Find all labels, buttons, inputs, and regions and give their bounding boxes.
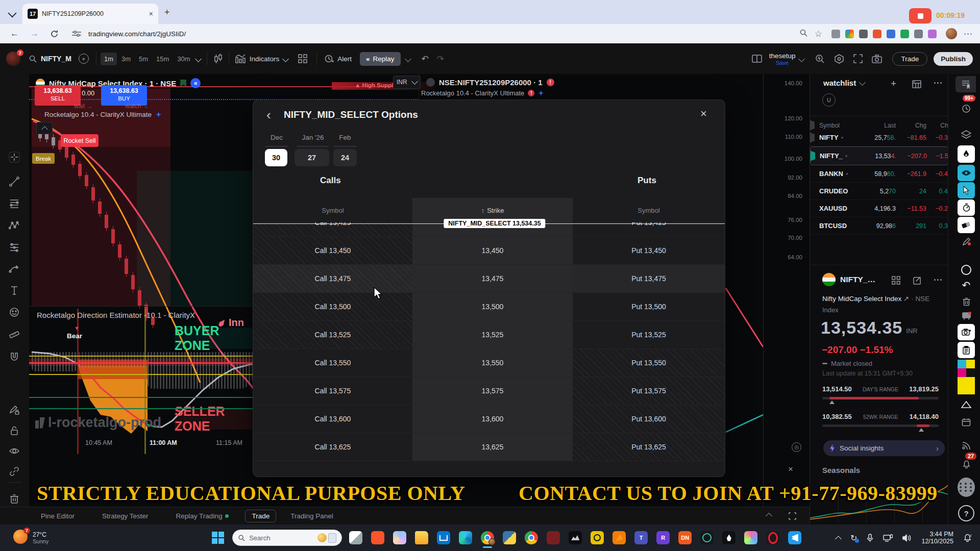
color-palette-icon[interactable] [958, 360, 975, 377]
help-icon[interactable]: ? [958, 505, 975, 521]
trade-button[interactable]: Trade [892, 52, 927, 66]
call-cell[interactable]: Call 13,625 [253, 433, 412, 461]
user-list-badge[interactable]: U [822, 93, 836, 107]
cast-screen-icon[interactable] [883, 534, 893, 542]
browser-tab[interactable]: 17 NIFTY251209P26000 × [22, 4, 158, 24]
site-settings-icon[interactable] [72, 30, 81, 37]
broadcast-icon[interactable] [958, 437, 975, 454]
strike-cell[interactable]: 13,600 [412, 405, 573, 433]
browser-menu-icon[interactable] [964, 33, 972, 35]
expiry-day-button[interactable]: 27 [295, 149, 329, 166]
notifications-bell-icon[interactable]: z [963, 533, 973, 542]
account-chevron-icon[interactable] [799, 56, 805, 62]
watchlist-row-crudeo[interactable]: CRUDEO5,270240.46% [810, 183, 948, 200]
call-cell[interactable]: Call 13,575 [253, 377, 412, 405]
app-teams-icon[interactable]: T [634, 531, 648, 544]
quick-search-icon[interactable] [815, 54, 825, 64]
taskbar-search[interactable]: Search [232, 530, 342, 546]
option-row[interactable]: Call 13,47513,475Put 13,475 [253, 265, 725, 293]
camera-annotation-icon[interactable] [958, 324, 975, 340]
app-media-red-icon[interactable] [547, 531, 560, 544]
user-avatar[interactable]: 7 [6, 52, 20, 66]
dialog-close-icon[interactable]: × [700, 107, 707, 120]
lock-all-icon[interactable] [9, 425, 21, 437]
strike-cell[interactable]: 13,500 [412, 293, 573, 320]
app-origami-app-icon[interactable] [612, 531, 626, 544]
undo-annotation-icon[interactable]: ↶ [958, 277, 975, 293]
price-axis-divider[interactable] [763, 74, 764, 507]
active-color-swatch[interactable] [958, 377, 975, 394]
collapse-panel-icon[interactable] [766, 513, 772, 519]
app-ms-store-icon[interactable] [437, 531, 450, 544]
extension-icon[interactable] [859, 30, 868, 38]
app-copilot-icon[interactable] [393, 531, 406, 544]
text-tool-icon[interactable] [9, 285, 21, 297]
indicators-chevron-icon[interactable] [282, 56, 289, 62]
details-header[interactable]: NIFTY_… [822, 273, 875, 286]
overlay-close-icon[interactable]: × [788, 464, 793, 474]
settings-hexagon-icon[interactable] [834, 54, 844, 64]
symbol-search-icon[interactable] [29, 55, 37, 63]
put-cell[interactable]: Put 13,575 [573, 377, 725, 405]
option-row[interactable]: Call 13,50013,500Put 13,500 [253, 293, 725, 321]
put-cell[interactable]: Put 13,625 [573, 433, 725, 461]
call-symbol-column-header[interactable]: Symbol [253, 198, 412, 222]
fullscreen-icon[interactable] [853, 54, 863, 63]
app-r-app-icon[interactable]: R [656, 531, 670, 544]
watchlist-row-btcusd[interactable]: BTCUSD92,9862910.31% [810, 217, 948, 235]
app-python-icon[interactable] [503, 531, 516, 544]
put-cell[interactable]: Put 13,600 [573, 405, 725, 433]
camera-snapshot-icon[interactable] [872, 55, 882, 63]
expiry-day-button[interactable]: 24 [333, 149, 357, 166]
bookmark-star-icon[interactable]: ☆ [815, 29, 822, 39]
call-cell[interactable]: Call 13,525 [253, 321, 412, 348]
collapse-pane-button[interactable] [36, 122, 53, 134]
timeframe-15m[interactable]: 15m [153, 53, 173, 65]
call-cell[interactable]: Call 13,450 [253, 237, 412, 264]
new-tab-button[interactable]: + [164, 7, 170, 18]
extension-icon[interactable] [900, 30, 909, 38]
curve-tool-icon[interactable] [9, 263, 21, 276]
option-row[interactable]: Call 13,55013,550Put 13,550 [253, 349, 725, 377]
sync-icon[interactable]: ↻ [850, 533, 857, 543]
option-row[interactable]: Call 13,62513,625Put 13,625 [253, 433, 725, 461]
symbol-search-button[interactable]: NIFTY_M [41, 55, 71, 63]
app-pen-app-icon[interactable] [722, 531, 736, 544]
eye-tool-icon[interactable] [958, 165, 975, 181]
call-cell[interactable]: Call 13,600 [253, 405, 412, 433]
indicators-icon[interactable] [235, 54, 246, 63]
dialog-back-icon[interactable]: ‹ [266, 107, 271, 123]
option-row[interactable]: Call 13,57513,575Put 13,575 [253, 377, 725, 405]
timeframe-chevron-icon[interactable] [195, 56, 202, 62]
record-dot-icon[interactable] [958, 262, 975, 278]
forecast-tool-icon[interactable] [9, 242, 21, 254]
app-brave-icon[interactable] [371, 531, 384, 544]
clipboard-icon[interactable] [958, 342, 975, 358]
timeframe-3m[interactable]: 3m [118, 53, 134, 65]
whiteboard-icon[interactable] [958, 308, 975, 324]
replay-button[interactable]: «Replay [360, 52, 401, 66]
layout-grid-icon[interactable] [298, 54, 307, 63]
app-vscode-icon[interactable] [788, 531, 801, 544]
extension-icon[interactable] [914, 30, 923, 38]
replay-chevron-icon[interactable] [405, 56, 411, 62]
put-cell[interactable]: Put 13,475 [573, 265, 725, 292]
pane2-indicator-legend[interactable]: Rocketalgo 10.4 - ClarityX Ultimate ! [421, 89, 544, 97]
pen-tool-icon[interactable] [958, 145, 975, 163]
crosshair-tool-icon[interactable] [9, 152, 21, 164]
redo-icon[interactable]: ↷ [437, 54, 444, 64]
estimator-title[interactable]: Rocketalgo Direction Estimator -10.1 - C… [37, 311, 195, 319]
add-symbol-icon[interactable]: + [79, 54, 89, 64]
pane2-symbol-legend[interactable]: NSE:NIFTY251209P26000 · 1 ! [426, 78, 554, 87]
put-cell[interactable]: Put 13,500 [573, 293, 725, 320]
back-icon[interactable]: ← [10, 29, 19, 39]
seasonals-chart[interactable] [810, 481, 948, 524]
tab-close-icon[interactable]: × [149, 10, 153, 18]
details-name-row[interactable]: Nifty MidCap Select Index ↗ · NSE [822, 294, 929, 303]
strike-cell[interactable]: 13,525 [412, 321, 573, 348]
watchlist-row-nifty[interactable]: NIFTY●25,758.−81.65−0.32% [810, 129, 948, 146]
screen-recorder-stop-button[interactable] [909, 8, 932, 23]
start-button[interactable] [212, 532, 224, 544]
emoji-tool-icon[interactable] [9, 307, 21, 319]
strike-cell[interactable]: 13,575 [412, 377, 573, 405]
